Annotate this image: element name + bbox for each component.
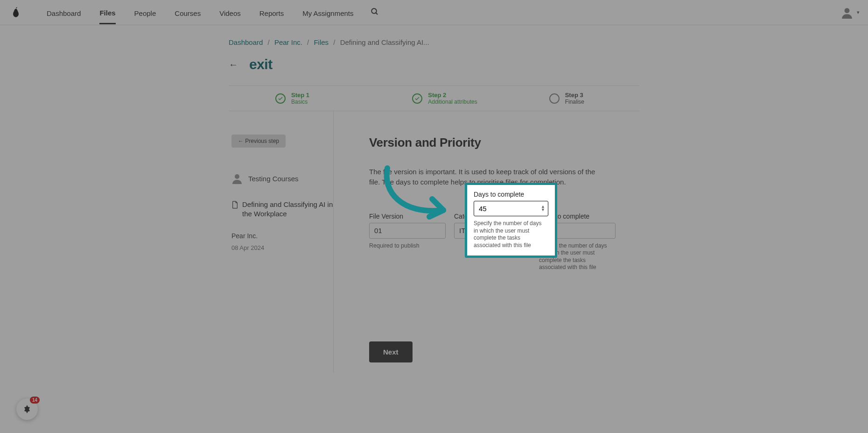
- nav-people[interactable]: People: [134, 1, 156, 23]
- widget-badge: 14: [30, 397, 40, 404]
- app-root: Dashboard Files People Courses Videos Re…: [0, 0, 868, 433]
- sidebar-file-title: Defining and Classifying AI in the Workp…: [242, 200, 333, 219]
- nav-my-assignments[interactable]: My Assignments: [302, 1, 353, 23]
- previous-step-button[interactable]: ← Previous step: [231, 135, 286, 148]
- nav-dashboard[interactable]: Dashboard: [47, 1, 81, 23]
- step-3[interactable]: Step 3 Finalise: [503, 86, 639, 111]
- pear-logo-icon: [12, 7, 20, 18]
- step-2[interactable]: Step 2 Additional attributes: [365, 86, 502, 111]
- step-num: Step 3: [565, 92, 584, 99]
- page-title: exit: [249, 57, 273, 72]
- help-widget[interactable]: 14: [16, 398, 38, 420]
- back-arrow-icon[interactable]: ←: [229, 59, 238, 70]
- sidebar-user-name: Testing Courses: [248, 175, 299, 183]
- circle-icon: [549, 93, 560, 104]
- user-menu[interactable]: ▾: [841, 7, 860, 19]
- nav-videos[interactable]: Videos: [219, 1, 241, 23]
- widget-icon: [21, 404, 33, 415]
- crumb-files[interactable]: Files: [314, 38, 329, 46]
- step-num: Step 2: [428, 92, 477, 99]
- left-sidebar: ← Previous step Testing Courses Defining…: [229, 111, 334, 373]
- main-two-column: ← Previous step Testing Courses Defining…: [229, 111, 639, 373]
- nav-files[interactable]: Files: [99, 1, 115, 24]
- nav-links: Dashboard Files People Courses Videos Re…: [47, 1, 354, 24]
- file-version-hint: Required to publish: [369, 242, 446, 249]
- top-nav: Dashboard Files People Courses Videos Re…: [0, 0, 868, 25]
- user-icon: [231, 173, 243, 184]
- sidebar-user: Testing Courses: [231, 173, 333, 184]
- days-to-complete-input[interactable]: [474, 201, 548, 216]
- next-button[interactable]: Next: [369, 341, 413, 362]
- nav-courses[interactable]: Courses: [175, 1, 201, 23]
- crumb-dashboard[interactable]: Dashboard: [229, 38, 263, 46]
- file-version-field: File Version Required to publish: [369, 213, 446, 271]
- step-label: Finalise: [565, 99, 584, 105]
- nav-reports[interactable]: Reports: [259, 1, 284, 23]
- sidebar-date: 08 Apr 2024: [231, 244, 333, 251]
- section-heading: Version and Priority: [369, 135, 639, 150]
- sidebar-org: Pear Inc.: [231, 232, 333, 240]
- svg-point-2: [845, 8, 850, 13]
- days-hint: Specify the number of days in which the …: [474, 220, 545, 249]
- crumb-org[interactable]: Pear Inc.: [274, 38, 302, 46]
- svg-point-3: [235, 174, 239, 179]
- step-1[interactable]: Step 1 Basics: [229, 86, 365, 111]
- step-label: Additional attributes: [428, 99, 477, 105]
- breadcrumb: Dashboard / Pear Inc. / Files / Defining…: [229, 38, 639, 46]
- crumb-current: Defining and Classifying AI...: [340, 38, 429, 46]
- stepper: Step 1 Basics Step 2 Additional attribut…: [229, 85, 639, 111]
- check-circle-icon: [275, 93, 286, 104]
- step-label: Basics: [291, 99, 309, 105]
- days-label: Days to complete: [474, 191, 548, 198]
- days-highlight-box: Days to complete ▲▼ Specify the number o…: [465, 183, 557, 258]
- check-circle-icon: [412, 93, 422, 104]
- document-icon: [231, 201, 238, 209]
- step-num: Step 1: [291, 92, 309, 99]
- search-icon[interactable]: [371, 7, 379, 18]
- svg-point-0: [371, 8, 377, 14]
- avatar-icon: [841, 7, 853, 19]
- svg-line-1: [376, 13, 378, 14]
- file-version-label: File Version: [369, 213, 446, 220]
- page-content: Dashboard / Pear Inc. / Files / Defining…: [229, 25, 639, 373]
- chevron-down-icon: ▾: [857, 9, 860, 15]
- exit-row: ← exit: [229, 57, 639, 77]
- sidebar-file: Defining and Classifying AI in the Workp…: [231, 200, 333, 219]
- file-version-input[interactable]: [369, 223, 446, 239]
- app-logo[interactable]: [8, 7, 23, 18]
